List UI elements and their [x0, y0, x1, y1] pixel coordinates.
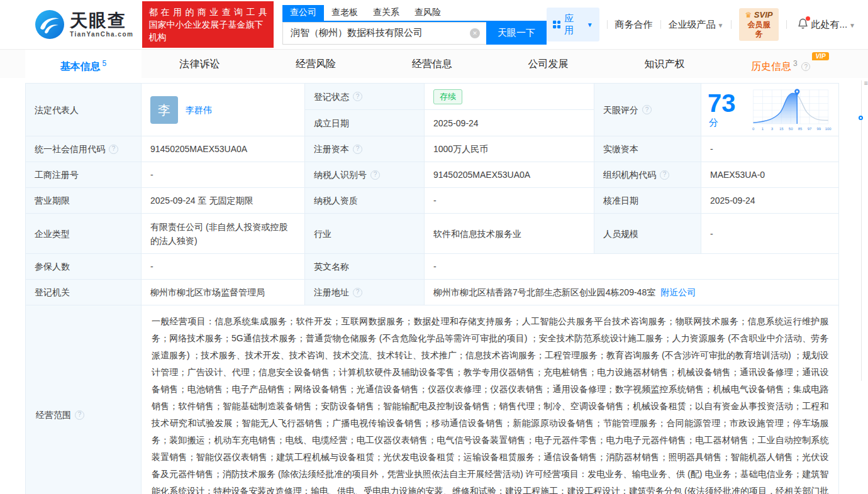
search-button[interactable]: 天眼一下	[486, 22, 547, 45]
field-label-english-name: 英文名称	[305, 254, 425, 280]
field-value-english-name: -	[425, 254, 839, 280]
field-value-biz-reg-no: -	[142, 162, 305, 188]
nearby-companies-link[interactable]: 附近公司	[660, 285, 696, 299]
svg-text:0: 0	[752, 127, 755, 131]
field-label-legal-rep: 法定代表人	[26, 84, 142, 136]
anchor-menu-icon[interactable]: ≡	[864, 79, 867, 87]
promo-line2: 国家中小企业发展子基金旗下机构	[148, 18, 267, 43]
legal-rep-link[interactable]: 李群伟	[186, 103, 212, 117]
field-value-insured-count: -	[142, 254, 305, 280]
field-label-taxpayer-id: 纳税人识别号?	[305, 162, 425, 188]
nav-more[interactable]: 此处有...▼	[811, 19, 855, 31]
field-value-reg-authority: 柳州市柳北区市场监督管理局	[142, 280, 305, 305]
help-question-icon[interactable]: ?	[660, 170, 669, 180]
apps-menu[interactable]: 应用 ▼	[547, 8, 599, 41]
help-question-icon[interactable]: ?	[370, 170, 380, 180]
field-label-paid-capital: 实缴资本	[594, 136, 701, 162]
tab-basic-info[interactable]: 基本信息5	[25, 50, 142, 78]
tab-intellectual-property[interactable]: 知识产权	[606, 50, 723, 78]
field-value-org-code: MAEX53UA-0	[701, 162, 839, 188]
help-question-icon[interactable]: ?	[353, 145, 362, 154]
business-scope-text: 一般经营项目：信息系统集成服务；软件开发；互联网数据服务；数据处理和存储支持服务…	[152, 313, 829, 494]
search-input[interactable]	[282, 22, 486, 45]
field-label-staff-size: 人员规模	[594, 214, 701, 254]
field-label-industry: 行业	[305, 214, 425, 254]
nav-enterprise[interactable]: 企业级产品▼	[668, 19, 723, 31]
tab-operation-risk[interactable]: 经营风险	[258, 50, 374, 78]
tab-count: 3	[793, 59, 798, 68]
field-label-reg-authority: 登记机关	[26, 280, 142, 305]
tab-history-info[interactable]: VIP 历史信息3 ?	[723, 50, 839, 78]
legal-rep-avatar[interactable]: 李	[150, 96, 178, 124]
field-value-approval-date: 2025-09-24	[701, 188, 839, 214]
chevron-down-icon: ▼	[849, 22, 855, 29]
svg-text:1: 1	[762, 127, 764, 131]
header: 天眼查 TianYanCha.com 都在用的商业查询工具 国家中小企业发展子基…	[0, 0, 868, 50]
anchor-rail-dot[interactable]	[859, 116, 863, 120]
vip-badge: VIP	[812, 52, 828, 60]
divider	[660, 20, 661, 29]
nav-cooperation[interactable]: 商务合作	[615, 19, 653, 31]
field-value-business-scope: 一般经营项目：信息系统集成服务；软件开发；互联网数据服务；数据处理和存储支持服务…	[142, 305, 839, 494]
svg-text:85: 85	[798, 127, 803, 131]
top-nav: 应用 ▼ 商务合作 企业级产品▼ ♛ SVIP 会员服务	[547, 8, 868, 41]
svg-text:15: 15	[779, 127, 784, 131]
help-question-icon[interactable]: ?	[642, 105, 652, 114]
field-value-establish-date: 2025-09-24	[425, 110, 594, 136]
field-value-taxpayer-quality: -	[425, 188, 594, 214]
chevron-down-icon: ▼	[587, 21, 593, 28]
help-question-icon[interactable]: ?	[75, 410, 84, 420]
svg-text:97: 97	[808, 127, 812, 131]
clear-icon[interactable]: ✕	[470, 28, 480, 38]
svg-text:99: 99	[817, 127, 821, 131]
search-tab-relation[interactable]: 查关系	[365, 5, 407, 21]
brand-domain: TianYanCha.com	[70, 31, 133, 38]
field-value-reg-capital: 1000万人民币	[425, 136, 594, 162]
field-value-company-type: 有限责任公司 (非自然人投资或控股的法人独资)	[142, 214, 305, 254]
section-tabs: 基本信息5 法律诉讼 经营风险 经营信息 公司发展 知识产权 VIP 历史信息3…	[0, 50, 868, 78]
help-question-icon[interactable]: ?	[353, 288, 362, 297]
tab-business-info[interactable]: 经营信息	[374, 50, 490, 78]
search-tab-boss[interactable]: 查老板	[324, 5, 365, 21]
field-label-establish-date: 成立日期	[305, 110, 425, 136]
field-value-reg-address: 柳州市柳北区桔香路7号北部生态新区创业园4栋209-48室 附近公司	[425, 280, 839, 305]
promo-line1: 都在用的商业查询工具	[148, 6, 267, 18]
notifications-bell[interactable]	[797, 18, 809, 32]
brand-name: 天眼查	[70, 12, 133, 30]
search-tabs: 查公司 查老板 查关系 查风险	[282, 5, 547, 22]
status-badge: 存续	[433, 89, 462, 104]
field-value-business-term: 2025-09-24 至 无固定期限	[142, 188, 305, 214]
field-label-business-term: 营业期限	[26, 188, 142, 214]
tab-company-development[interactable]: 公司发展	[490, 50, 606, 78]
apps-label: 应用	[564, 13, 581, 36]
field-label-reg-status: 登记状态?	[305, 84, 425, 110]
field-label-taxpayer-quality: 纳税人资质	[305, 188, 425, 214]
svip-member-badge[interactable]: ♛ SVIP 会员服务	[739, 8, 778, 41]
help-question-icon[interactable]: ?	[109, 145, 118, 154]
tianyancha-logo-icon	[35, 9, 65, 40]
svg-text:3: 3	[771, 127, 774, 131]
field-label-business-scope: 经营范围?	[26, 305, 142, 494]
search-tab-company[interactable]: 查公司	[282, 5, 324, 21]
field-label-company-type: 企业类型	[26, 214, 142, 254]
help-question-icon[interactable]: ?	[801, 62, 810, 71]
divider	[786, 20, 787, 29]
divider	[731, 20, 732, 29]
divider	[607, 20, 608, 29]
search-tab-risk[interactable]: 查风险	[407, 5, 448, 21]
basic-info-table: 法定代表人 李 李群伟 登记状态? 存续 天眼评分? 73分	[25, 83, 839, 494]
promo-banner: 都在用的商业查询工具 国家中小企业发展子基金旗下机构	[142, 1, 273, 48]
field-label-biz-reg-no: 工商注册号	[26, 162, 142, 188]
tab-legal-litigation[interactable]: 法律诉讼	[142, 50, 258, 78]
anchor-rail	[861, 80, 862, 381]
field-value-paid-capital: -	[701, 136, 839, 162]
svg-text:100: 100	[825, 127, 832, 131]
svg-text:50: 50	[789, 127, 793, 131]
field-value-industry: 软件和信息技术服务业	[425, 214, 594, 254]
tianyancha-logo[interactable]: 天眼查 TianYanCha.com	[35, 9, 133, 40]
tab-count: 5	[103, 59, 107, 68]
field-value-staff-size: -	[701, 214, 839, 254]
help-question-icon[interactable]: ?	[353, 92, 362, 101]
score-value: 73分	[708, 91, 743, 129]
field-label-reg-address: 注册地址?	[305, 280, 425, 305]
